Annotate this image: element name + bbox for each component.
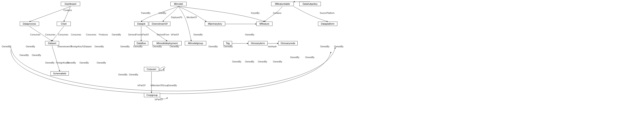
label-ownedby-25: OwnedBy	[168, 84, 177, 87]
label-ownedby-9: OwnedBy	[208, 45, 218, 48]
label-isishasA: IsIsHasA	[268, 45, 276, 48]
node-corpgroup[interactable]: Corpgroup	[144, 93, 160, 97]
label-ownedby-15: OwnedBy	[80, 62, 89, 64]
node-tag[interactable]: Tag	[224, 41, 232, 45]
node-schemafield[interactable]: Schemafield	[50, 71, 69, 76]
node-glossaryterm[interactable]: Glossaryterm	[248, 41, 268, 45]
label-ownedby-2: OwnedBy	[2, 45, 11, 48]
label-deployedto: DeployedTo	[171, 16, 182, 19]
label-ownedby-mlmodel: OwnedBy	[194, 33, 203, 36]
node-mlmodelgroup[interactable]: Mlmodelgroup	[185, 41, 206, 45]
label-downstreamof: DownstreamOf	[58, 45, 72, 48]
label-contains-1: Contains	[64, 9, 72, 12]
label-consumes-2: Consumes	[45, 33, 56, 36]
label-sourceplatform: SourcePlatform	[320, 12, 334, 14]
label-ownedby-small-1: OwnedBy	[20, 54, 29, 56]
node-glossarynode[interactable]: Glossarynode	[278, 41, 298, 45]
label-ownedby-21: OwnedBy	[290, 56, 299, 59]
label-ownedby-10: OwnedBy	[224, 45, 233, 48]
label-ownedby-8: OwnedBy	[170, 45, 179, 48]
label-ispartof-4: IsPartOf	[155, 98, 163, 101]
label-ownedby-7: OwnedBy	[152, 45, 162, 48]
node-mlfeature[interactable]: Mlfeature	[256, 22, 272, 26]
node-dataflow[interactable]: Dataflow	[134, 41, 148, 45]
label-ispartof-2: IsPartOf	[171, 33, 179, 36]
label-consumes-1: Consumes	[30, 33, 40, 36]
label-trainedby: TrainedBy	[141, 12, 150, 14]
label-ownedby-17: OwnedBy	[232, 61, 241, 63]
label-ownedby-13: OwnedBy	[45, 62, 54, 64]
label-ismemberofgroup: IsMemberOfGroup	[150, 84, 168, 87]
label-contains-2: Contains	[273, 12, 281, 14]
label-ownedby-4: OwnedBy	[94, 45, 104, 48]
node-chart[interactable]: Chart	[57, 22, 71, 26]
label-ispartof-1: IsPartOf	[141, 33, 149, 36]
label-ownedby-5: OwnedBy	[120, 45, 130, 48]
node-dashboard[interactable]: Dashboard	[61, 2, 80, 6]
node-mlmodeldeployment[interactable]: Mlmodeldeployment	[152, 41, 182, 45]
label-ownedby-mlfeature: OwnedBy	[245, 33, 254, 36]
label-derivedfrom-1: DerivedFrom	[128, 33, 141, 36]
label-ownedby-23: OwnedBy	[118, 74, 128, 76]
label-ownedby-6: OwnedBy	[133, 45, 142, 48]
label-ownedby-14: OwnedBy	[66, 62, 76, 64]
label-consumes-5: Consumes	[86, 33, 96, 36]
node-datajob[interactable]: Datajob	[134, 22, 148, 26]
label-foreignkeytodataset: ForeignKeyToDataset	[71, 45, 92, 48]
node-mlprimarykey[interactable]: Mlprimarykey	[205, 22, 225, 26]
label-ownedby-11: OwnedBy	[320, 45, 330, 48]
label-ownedby-24: OwnedBy	[129, 74, 138, 76]
label-produces: Produces	[99, 33, 108, 36]
label-ownedby-1: OwnedBy	[112, 33, 121, 36]
graph-container: Dashboard Dataprocess Chart Dataset Sche…	[0, 0, 644, 113]
node-mlfeaturetable[interactable]: Mlfeaturetable	[271, 2, 294, 6]
node-dataset[interactable]: Dataset	[45, 41, 59, 45]
label-consumes-4: Consumes	[71, 33, 81, 36]
label-ownedby-small-2: OwnedBy	[32, 54, 41, 56]
node-datahubpolicy[interactable]: Datahubpolicy	[299, 2, 321, 6]
label-ownedby-16: OwnedBy	[97, 62, 106, 64]
label-ownedby-18: OwnedBy	[245, 61, 254, 63]
label-ownedby-12: OwnedBy	[334, 45, 344, 48]
label-keyedby: KeyedBy	[251, 12, 260, 14]
node-mlmodel[interactable]: Mlmodel	[170, 2, 186, 6]
node-corpuser[interactable]: Corpuser	[144, 67, 159, 71]
label-ownedby-20: OwnedBy	[273, 61, 282, 63]
node-downstreamof[interactable]: DownstreamOf	[149, 22, 170, 26]
label-ispartof-3: IsPartOf	[138, 84, 146, 87]
label-derivedfrom-2: DerivedFrom	[157, 33, 169, 36]
node-dataplatform[interactable]: Dataplatform	[318, 22, 337, 26]
label-ownedby-22: OwnedBy	[305, 56, 314, 59]
label-memberof: MemberOf	[186, 16, 196, 19]
label-ownedby-3: OwnedBy	[26, 45, 35, 48]
node-dataprocess[interactable]: Dataprocess	[20, 22, 39, 26]
label-ownedby-19: OwnedBy	[258, 61, 267, 63]
label-usedby: UsedBy	[158, 12, 166, 14]
graph-svg	[0, 0, 644, 113]
label-consumes-3: Consumes	[58, 33, 68, 36]
